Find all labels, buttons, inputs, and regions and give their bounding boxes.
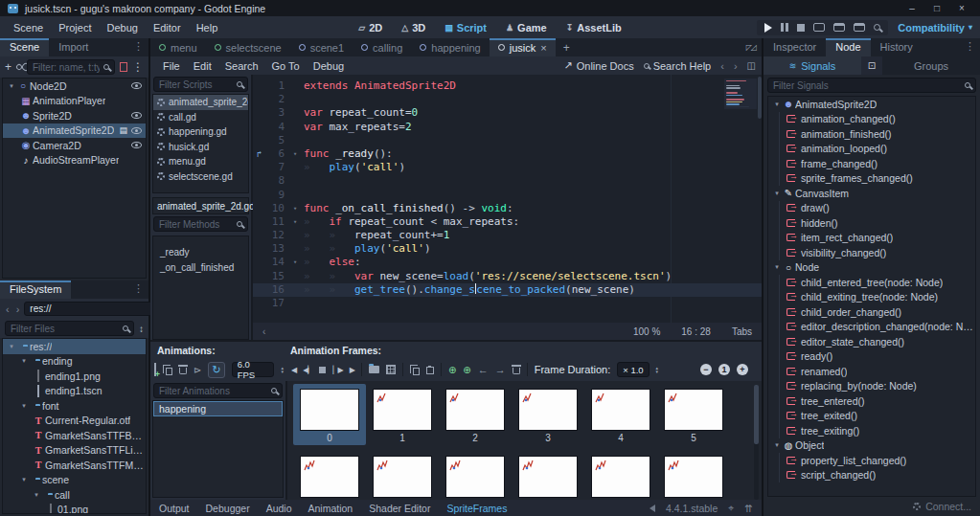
file-row[interactable]: ▾ font: [3, 398, 146, 414]
dock-tab[interactable]: Import: [49, 38, 98, 56]
close-button[interactable]: ×: [951, 3, 972, 13]
workspace-tab[interactable]: ▱ 2D: [350, 20, 391, 35]
code-line[interactable]: 8: [253, 174, 762, 188]
expand-arrow-icon[interactable]: ▾: [7, 343, 16, 350]
signal-row[interactable]: child_entered_tree(node: Node): [780, 275, 975, 290]
script-list-item[interactable]: call.gd: [153, 110, 248, 125]
menu-item[interactable]: Debug: [99, 20, 145, 35]
frame-cell[interactable]: 2: [439, 384, 512, 445]
pin-bottom-panel-icon[interactable]: ⌖: [728, 502, 734, 514]
zoom-in-button[interactable]: +: [737, 364, 748, 375]
distraction-free-icon[interactable]: ◸◿: [741, 38, 762, 56]
bottom-panel-tab[interactable]: Animation: [308, 503, 353, 514]
expand-arrow-icon[interactable]: ▾: [32, 491, 41, 499]
copy-frame-button[interactable]: [413, 368, 420, 375]
expand-arrow-icon[interactable]: ▾: [19, 402, 29, 410]
frame-cell[interactable]: [366, 451, 439, 499]
script-list-item[interactable]: selectscene.gd: [153, 169, 248, 185]
file-row[interactable]: ending1.tscn: [3, 384, 146, 399]
bottom-panel-tab[interactable]: Audio: [266, 503, 292, 514]
fps-field[interactable]: 6.0 FPS: [232, 362, 275, 377]
bottom-panel-tab[interactable]: Output: [159, 503, 190, 514]
code-area[interactable]: 1 extends AnimatedSprite2D 2: [253, 75, 762, 323]
signal-row[interactable]: script_changed(): [780, 468, 975, 483]
frame-cell[interactable]: [439, 451, 512, 499]
script-list-item[interactable]: animated_sprite_2d.gd: [153, 95, 248, 110]
code-line[interactable]: 5: [253, 134, 762, 147]
signal-category-row[interactable]: ▾ ○ Node: [768, 260, 975, 276]
fold-arrow-icon[interactable]: ▾: [293, 258, 297, 266]
signal-row[interactable]: tree_exiting(): [780, 423, 975, 438]
signal-row[interactable]: animation_looped(): [780, 142, 975, 157]
stop-button[interactable]: [797, 24, 805, 32]
signal-row[interactable]: visibility_changed(): [780, 245, 975, 260]
play-custom-scene-button[interactable]: [833, 23, 845, 32]
script-menu-item[interactable]: Debug: [307, 59, 351, 73]
nav-forward-icon[interactable]: ›: [14, 303, 22, 315]
bottom-panel-tab[interactable]: SpriteFrames: [446, 503, 507, 514]
play-animation-button[interactable]: ▶: [350, 366, 354, 374]
visibility-eye-icon[interactable]: [131, 127, 142, 134]
collapse-arrow-icon[interactable]: ▾: [772, 190, 782, 197]
frame-cell[interactable]: 0: [293, 384, 366, 445]
dock-tab[interactable]: Scene: [0, 38, 49, 56]
bottom-panel-tab[interactable]: Debugger: [206, 503, 250, 514]
minimize-button[interactable]: –: [901, 3, 923, 13]
menu-item[interactable]: Scene: [6, 20, 51, 35]
next-frame-button[interactable]: ▏▶: [332, 366, 342, 374]
filter-methods-input[interactable]: [153, 216, 248, 232]
code-line[interactable]: 15 » » var new_scene=load('res://scene/s…: [253, 270, 762, 283]
visibility-eye-icon[interactable]: [131, 142, 142, 148]
instance-scene-button[interactable]: [16, 64, 22, 70]
frame-duration-field[interactable]: × 1.0: [617, 362, 649, 377]
signal-row[interactable]: draw(): [780, 201, 975, 216]
collapse-arrow-icon[interactable]: ▾: [772, 263, 782, 271]
remote-debug-button[interactable]: [874, 24, 880, 31]
move-left-button[interactable]: ←: [478, 364, 489, 375]
code-line[interactable]: 16 » » get_tree().change_scene_to_packed…: [253, 283, 762, 297]
file-filter-input[interactable]: [5, 321, 134, 336]
scene-node-row[interactable]: ▾ ○ Node2D: [3, 79, 146, 94]
signal-row[interactable]: child_order_changed(): [780, 304, 975, 320]
signal-category-row[interactable]: ▾ ☻ AnimatedSprite2D: [768, 97, 975, 112]
paste-frame-button[interactable]: [426, 367, 434, 374]
dock-tab[interactable]: History: [871, 38, 923, 56]
fold-arrow-icon[interactable]: ▾: [293, 150, 297, 158]
duration-down-icon[interactable]: ▾: [656, 370, 659, 373]
code-line[interactable]: 3 var repeat_count=0: [253, 106, 762, 120]
signal-row[interactable]: animation_changed(): [780, 112, 975, 127]
frame-cell[interactable]: 5: [657, 384, 730, 445]
movie-maker-button[interactable]: [854, 23, 865, 32]
scene-node-row[interactable]: ◉ Camera2D: [3, 138, 146, 153]
file-row[interactable]: ending1.png: [3, 369, 146, 384]
dock-menu-icon[interactable]: ⋮: [960, 38, 980, 56]
signal-row[interactable]: child_exiting_tree(node: Node): [780, 290, 975, 305]
bottom-panel-tab[interactable]: Shader Editor: [369, 503, 430, 514]
load-frames-button[interactable]: [369, 366, 379, 373]
script-menu-item[interactable]: Edit: [187, 59, 218, 73]
code-line[interactable]: ↱ 6 ▾ func _ready():: [253, 147, 762, 161]
workspace-tab[interactable]: △ 3D: [393, 20, 434, 35]
scene-tree-menu-icon[interactable]: ⋮: [132, 60, 144, 74]
zoom-out-button[interactable]: −: [700, 364, 712, 375]
scene-tab[interactable]: menu: [150, 38, 206, 56]
connections-filter-icon[interactable]: ⊡: [861, 56, 882, 75]
visibility-eye-icon[interactable]: [131, 112, 142, 119]
code-scrollbar[interactable]: [758, 77, 762, 119]
script-menu-item[interactable]: File: [156, 59, 187, 73]
pause-button[interactable]: [781, 23, 788, 32]
file-row[interactable]: ▾ call: [3, 487, 146, 503]
move-right-button[interactable]: →: [495, 364, 506, 375]
code-minimap[interactable]: [724, 79, 757, 109]
play-backwards-button[interactable]: ◀: [291, 366, 296, 374]
dock-tab-filesystem[interactable]: FileSystem: [0, 280, 71, 299]
signal-row[interactable]: frame_changed(): [780, 156, 975, 171]
dock-menu-icon[interactable]: ⋮: [128, 38, 148, 56]
close-tab-icon[interactable]: ×: [540, 42, 546, 54]
previous-frame-button[interactable]: ◀▏: [303, 366, 312, 374]
fold-arrow-icon[interactable]: ▾: [293, 218, 297, 226]
signal-row[interactable]: animation_finished(): [780, 126, 975, 142]
signal-row[interactable]: editor_description_changed(node: Node): [780, 320, 975, 335]
menu-item[interactable]: Help: [189, 20, 226, 35]
code-line[interactable]: 17: [253, 297, 762, 310]
